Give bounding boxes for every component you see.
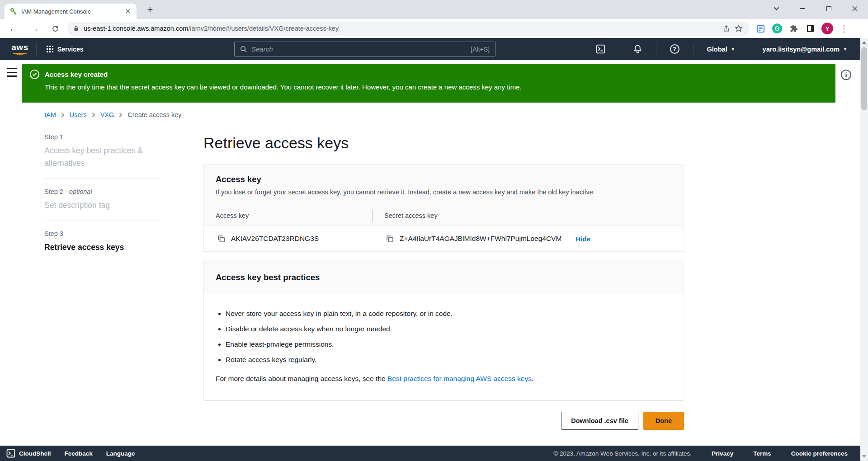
- scrollbar-up-icon[interactable]: [860, 39, 868, 46]
- breadcrumb-chevron-icon: [92, 112, 95, 118]
- side-menu-hamburger-icon[interactable]: [7, 68, 18, 77]
- scrollbar-down-icon[interactable]: [860, 453, 868, 460]
- search-input[interactable]: [251, 45, 471, 53]
- profile-avatar[interactable]: Y: [821, 22, 834, 35]
- iam-page: Access key created This is the only time…: [0, 60, 868, 446]
- tab-search-chevron-icon[interactable]: [763, 0, 789, 17]
- wizard-steps-nav: Step 1 Access key best practices & alter…: [44, 133, 160, 254]
- access-key-card: Access key If you lose or forget your se…: [203, 164, 684, 252]
- info-panel-icon[interactable]: i: [841, 70, 851, 80]
- breadcrumb-chevron-icon: [119, 112, 123, 118]
- best-practice-item: Rotate access keys regularly.: [226, 352, 672, 367]
- success-check-icon: [30, 70, 39, 79]
- breadcrumb-current: Create access key: [127, 111, 181, 118]
- footer-feedback-link[interactable]: Feedback: [65, 450, 93, 457]
- breadcrumb-users[interactable]: Users: [70, 111, 87, 118]
- lock-icon: [73, 25, 79, 32]
- url-text: us-east-1.console.aws.amazon.com/iamv2/h…: [84, 25, 339, 32]
- footer-cookie-preferences-link[interactable]: Cookie preferences: [791, 450, 848, 457]
- key-table-row: AKIAV26TCDAT23RDNG3S Z+A4IlaUrT4AGAJBlMI…: [204, 226, 684, 251]
- forward-icon[interactable]: →: [27, 21, 42, 36]
- footer-copyright: © 2023, Amazon Web Services, Inc. or its…: [553, 450, 692, 457]
- cloudshell-terminal-icon[interactable]: [589, 44, 613, 54]
- aws-logo[interactable]: aws: [10, 44, 30, 55]
- services-menu-button[interactable]: Services: [43, 43, 87, 56]
- secret-key-value: Z+A4IlaUrT4AGAJBlMId8W+FWhl7PujmLoeg4CVM: [400, 235, 561, 243]
- scrollbar-thumb[interactable]: [861, 47, 867, 110]
- footer-language-link[interactable]: Language: [106, 450, 135, 457]
- aws-search-box[interactable]: [Alt+S]: [234, 42, 495, 56]
- help-icon[interactable]: ?: [663, 44, 687, 54]
- best-practice-item: Never store your access key in plain tex…: [226, 306, 672, 321]
- aws-smile-icon: [12, 49, 28, 55]
- account-menu[interactable]: yaro.lisitsyn@gmail.com▼: [755, 46, 854, 53]
- success-flashbar: Access key created This is the only time…: [22, 64, 835, 103]
- aws-footer: CloudShell Feedback Language © 2023, Ama…: [0, 446, 860, 461]
- window-maximize-button[interactable]: [816, 0, 842, 17]
- done-button[interactable]: Done: [643, 412, 684, 430]
- browser-tab-strip: IAM Management Console +: [0, 0, 868, 19]
- address-bar[interactable]: us-east-1.console.aws.amazon.com/iamv2/h…: [67, 22, 750, 36]
- best-practices-list: Never store your access key in plain tex…: [226, 306, 672, 367]
- wizard-step-3: Step 3 Retrieve access keys: [44, 230, 160, 254]
- access-key-card-description: If you lose or forget your secret access…: [216, 188, 672, 196]
- chrome-menu-icon[interactable]: ⋮: [838, 22, 850, 35]
- services-grid-icon: [47, 46, 53, 52]
- breadcrumb-user-vxg[interactable]: VXG: [100, 111, 114, 118]
- breadcrumb-chevron-icon: [61, 112, 65, 118]
- search-shortcut-hint: [Alt+S]: [471, 46, 490, 53]
- grammarly-extension-icon[interactable]: G: [771, 22, 783, 35]
- copy-access-key-icon[interactable]: [217, 235, 225, 243]
- page-scrollbar[interactable]: [860, 38, 868, 461]
- key-table-header: Access key Secret access key: [204, 205, 684, 226]
- wizard-step-1: Step 1 Access key best practices & alter…: [44, 133, 160, 169]
- bookmark-star-icon[interactable]: [732, 22, 745, 35]
- chevron-down-icon: ▼: [843, 47, 847, 52]
- best-practices-title: Access key best practices: [216, 273, 672, 282]
- window-minimize-button[interactable]: [789, 0, 816, 17]
- access-key-card-title: Access key: [216, 174, 672, 184]
- column-access-key: Access key: [204, 212, 372, 219]
- banner-title: Access key created: [45, 71, 108, 78]
- copy-secret-key-icon[interactable]: [386, 235, 394, 243]
- region-selector[interactable]: Global▼: [700, 46, 742, 53]
- best-practices-link[interactable]: Best practices for managing AWS access k…: [387, 375, 532, 382]
- back-icon[interactable]: ←: [6, 21, 21, 36]
- cloudshell-terminal-icon: [6, 449, 15, 458]
- footer-cloudshell-button[interactable]: CloudShell: [6, 449, 51, 458]
- footer-privacy-link[interactable]: Privacy: [712, 450, 733, 457]
- aws-top-nav: aws Services [Alt+S] ? Global▼ yaro.lisi…: [0, 38, 868, 60]
- best-practices-card: Access key best practices Never store yo…: [203, 260, 684, 400]
- breadcrumb-iam[interactable]: IAM: [44, 111, 56, 118]
- iam-key-favicon: [10, 8, 17, 15]
- browser-toolbar: ← → us-east-1.console.aws.amazon.com/iam…: [0, 19, 868, 38]
- new-tab-button[interactable]: +: [144, 3, 156, 16]
- download-csv-button[interactable]: Download .csv file: [561, 412, 638, 430]
- search-icon: [240, 46, 247, 52]
- footer-terms-link[interactable]: Terms: [753, 450, 771, 457]
- hide-secret-link[interactable]: Hide: [576, 235, 590, 243]
- column-secret-access-key: Secret access key: [373, 212, 684, 219]
- tab-close-icon[interactable]: [124, 7, 132, 15]
- more-details-text: For more details about managing access k…: [216, 375, 672, 383]
- sidebar-extension-icon[interactable]: [804, 22, 817, 35]
- notifications-bell-icon[interactable]: [626, 44, 650, 54]
- access-key-value: AKIAV26TCDAT23RDNG3S: [231, 235, 319, 243]
- window-close-button[interactable]: [842, 0, 868, 17]
- reader-extension-icon[interactable]: [754, 22, 767, 35]
- tab-title: IAM Management Console: [21, 8, 124, 15]
- wizard-step-2: Step 2 - optional Set description tag: [44, 188, 160, 212]
- breadcrumb: IAM Users VXG Create access key: [44, 111, 182, 118]
- page-title: Retrieve access keys: [203, 134, 684, 152]
- share-icon[interactable]: [720, 22, 732, 35]
- best-practice-item: Disable or delete access key when no lon…: [226, 321, 672, 337]
- refresh-icon[interactable]: [48, 21, 62, 36]
- browser-tab[interactable]: IAM Management Console: [5, 4, 137, 19]
- banner-message: This is the only time that the secret ac…: [45, 83, 827, 91]
- extensions-puzzle-icon[interactable]: [788, 22, 800, 35]
- best-practice-item: Enable least-privilege permissions.: [226, 337, 672, 352]
- chevron-down-icon: ▼: [731, 47, 735, 52]
